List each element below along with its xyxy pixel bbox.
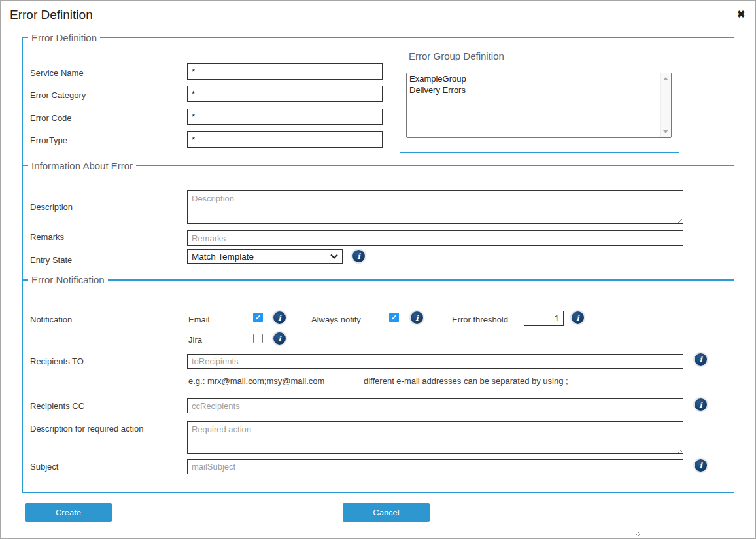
- page-title: Error Definition: [10, 8, 93, 22]
- list-item[interactable]: ExampleGroup: [407, 73, 671, 84]
- error-code-input[interactable]: [187, 109, 383, 125]
- recipients-to-input[interactable]: [187, 354, 683, 369]
- page-resize-handle[interactable]: [634, 530, 640, 536]
- entry-state-info-icon[interactable]: i: [352, 250, 365, 262]
- error-group-definition-legend: Error Group Definition: [405, 50, 507, 61]
- error-code-label: Error Code: [30, 113, 72, 123]
- recipients-hint-text: different e-mail addresses can be separa…: [364, 376, 568, 386]
- always-notify-label: Always notify: [311, 315, 361, 324]
- error-notification-legend: Error Notification: [28, 274, 108, 285]
- error-definition-legend: Error Definition: [28, 32, 100, 43]
- cancel-button[interactable]: Cancel: [343, 503, 430, 522]
- listbox-scrollbar[interactable]: [660, 73, 671, 137]
- subject-info-icon[interactable]: i: [695, 459, 707, 472]
- service-name-label: Service Name: [30, 68, 84, 78]
- remarks-label: Remarks: [30, 232, 64, 242]
- email-info-icon[interactable]: i: [273, 311, 286, 324]
- error-category-input[interactable]: [187, 86, 383, 102]
- chevron-down-icon: [330, 254, 338, 259]
- create-button[interactable]: Create: [25, 503, 112, 522]
- recipients-cc-label: Recipients CC: [30, 401, 84, 411]
- error-type-input[interactable]: [187, 131, 383, 148]
- error-group-listbox[interactable]: ExampleGroup Delivery Errors: [406, 73, 672, 138]
- error-type-label: ErrorType: [30, 135, 67, 145]
- recipients-cc-info-icon[interactable]: i: [695, 398, 707, 411]
- scroll-down-icon[interactable]: [663, 130, 668, 133]
- subject-input[interactable]: [187, 459, 683, 474]
- email-label: Email: [188, 315, 210, 324]
- required-action-label: Description for required action: [30, 424, 143, 434]
- jira-checkbox[interactable]: ✓: [253, 334, 263, 343]
- remarks-input[interactable]: [187, 230, 683, 246]
- entry-state-select[interactable]: Match Template: [187, 249, 343, 264]
- information-about-error-legend: Information About Error: [28, 160, 136, 171]
- recipients-cc-input[interactable]: [187, 398, 683, 413]
- recipients-to-info-icon[interactable]: i: [695, 353, 707, 366]
- error-threshold-label: Error threshold: [452, 315, 508, 324]
- list-item[interactable]: Delivery Errors: [407, 84, 671, 96]
- close-icon[interactable]: ✖: [737, 9, 746, 20]
- always-notify-checkbox[interactable]: ✓: [389, 313, 399, 322]
- error-threshold-info-icon[interactable]: i: [572, 311, 584, 324]
- always-notify-info-icon[interactable]: i: [411, 311, 423, 324]
- email-checkbox[interactable]: ✓: [253, 313, 263, 322]
- subject-label: Subject: [30, 462, 58, 472]
- description-textarea[interactable]: [187, 190, 683, 224]
- error-definition-dialog: Error Definition ✖ Error Definition Info…: [0, 0, 756, 539]
- scroll-up-icon[interactable]: [663, 77, 668, 80]
- description-label: Description: [30, 202, 73, 212]
- error-threshold-input[interactable]: [524, 311, 564, 326]
- entry-state-value: Match Template: [192, 252, 254, 262]
- recipients-to-label: Recipients TO: [30, 356, 84, 366]
- error-category-label: Error Category: [30, 90, 86, 100]
- jira-label: Jira: [188, 335, 202, 345]
- jira-info-icon[interactable]: i: [273, 332, 286, 345]
- required-action-textarea[interactable]: [187, 421, 683, 454]
- notification-label: Notification: [30, 315, 72, 324]
- entry-state-label: Entry State: [30, 255, 72, 265]
- service-name-input[interactable]: [187, 63, 383, 80]
- recipients-hint-example: e.g.: mrx@mail.com;msy@mail.com: [188, 376, 324, 386]
